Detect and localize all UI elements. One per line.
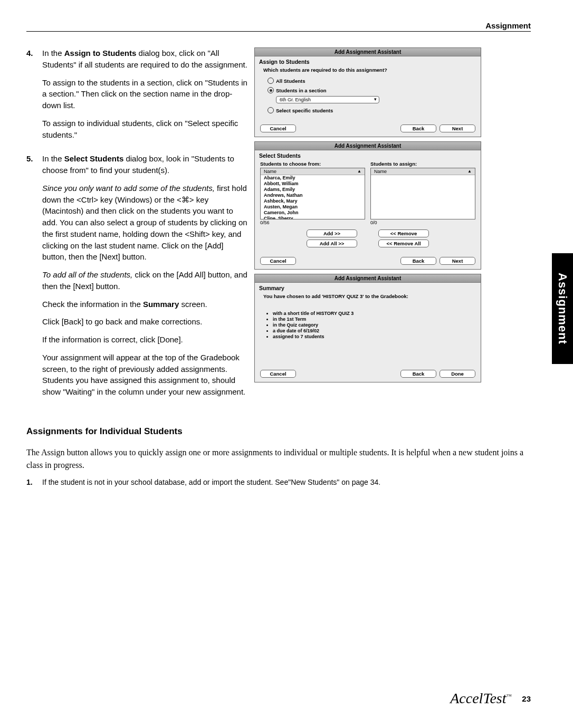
summary-item: in the 1st Term: [273, 317, 470, 322]
back-button[interactable]: Back: [400, 370, 436, 378]
section2-step1: If the student is not in your school dat…: [42, 478, 380, 486]
summary-item: with a short title of HISTORY QUIZ 3: [273, 311, 470, 316]
radio-students-in-section[interactable]: Students in a section: [255, 85, 481, 95]
summary-item: in the Quiz category: [273, 322, 470, 328]
step5-para5: Click [Back] to go back and make correct…: [42, 316, 248, 328]
students-assign-list[interactable]: Name▲: [370, 168, 475, 219]
step5-para2: Since you only want to add some of the s…: [42, 183, 248, 263]
remove-button[interactable]: << Remove: [378, 229, 429, 237]
step4-para1: In the Assign to Students dialog box, cl…: [42, 47, 248, 71]
dialog1-header: Assign to Students: [255, 56, 481, 66]
dialog-assign-to-students: Add Assignment Assistant Assign to Stude…: [254, 47, 481, 137]
section-heading: Assignments for Individual Students: [26, 426, 531, 437]
next-button[interactable]: Next: [440, 124, 475, 132]
dialog-title: Add Assignment Assistant: [255, 142, 481, 150]
dialog-summary: Add Assignment Assistant Summary You hav…: [254, 274, 481, 382]
step-number-1: 1.: [26, 478, 37, 493]
dialog3-intro: You have chosen to add 'HISTORY QUIZ 3' …: [255, 292, 481, 302]
right-list-label: Students to assign:: [370, 160, 475, 168]
cancel-button[interactable]: Cancel: [260, 124, 296, 132]
step-number-4: 4.: [26, 47, 37, 147]
radio-icon: [268, 87, 274, 93]
side-tab: Assignment: [552, 253, 573, 364]
logo: AccelTest™: [450, 690, 511, 707]
dialog-title: Add Assignment Assistant: [255, 48, 481, 56]
add-all-button[interactable]: Add All >>: [307, 240, 357, 247]
step5-para1: In the Select Students dialog box, look …: [42, 153, 248, 176]
step4-para2: To assign to the students in a section, …: [42, 77, 248, 111]
list-item[interactable]: Abbott, William: [261, 181, 365, 187]
radio-icon: [268, 78, 274, 84]
page-header: Assignment: [26, 21, 531, 32]
dialog2-header: Select Students: [255, 150, 481, 160]
back-button[interactable]: Back: [400, 124, 436, 132]
dialog-title: Add Assignment Assistant: [255, 274, 481, 283]
remove-all-button[interactable]: << Remove All: [378, 240, 429, 247]
right-counter: 0/0: [370, 219, 475, 227]
list-item[interactable]: Ashbeck, Mary: [261, 198, 365, 204]
list-item[interactable]: Austen, Megan: [261, 204, 365, 210]
step-number-5: 5.: [26, 153, 37, 404]
summary-bullets: with a short title of HISTORY QUIZ 3 in …: [255, 307, 481, 356]
section-body: The Assign button allows you to quickly …: [26, 446, 531, 472]
section-dropdown[interactable]: 6th Gr. English: [276, 96, 379, 103]
list-item[interactable]: Adams, Emily: [261, 187, 365, 193]
list-item[interactable]: Cline, Sherry: [261, 216, 365, 219]
add-button[interactable]: Add >>: [307, 229, 357, 237]
summary-item: a due date of 6/19/02: [273, 328, 470, 333]
list-item[interactable]: Cameron, John: [261, 210, 365, 216]
list-item[interactable]: Andrews, Nathan: [261, 193, 365, 198]
step5-para7: Your assignment will appear at the top o…: [42, 352, 248, 398]
radio-all-students[interactable]: All Students: [255, 76, 481, 85]
back-button[interactable]: Back: [400, 257, 436, 265]
sort-arrow-icon[interactable]: ▲: [357, 169, 361, 174]
cancel-button[interactable]: Cancel: [260, 370, 296, 378]
radio-icon: [268, 107, 274, 113]
page-number: 23: [522, 694, 531, 703]
step5-para4: Check the information in the Summary scr…: [42, 299, 248, 310]
left-counter: 0/56: [260, 219, 365, 227]
done-button[interactable]: Done: [440, 370, 475, 378]
list-item[interactable]: Abarca, Emily: [261, 175, 365, 181]
step5-para3: To add all of the students, click on the…: [42, 269, 248, 292]
dialog1-question: Which students are required to do this a…: [255, 66, 481, 76]
dialog3-header: Summary: [255, 283, 481, 292]
step5-para6: If the information is correct, click [Do…: [42, 334, 248, 346]
sort-arrow-icon[interactable]: ▲: [467, 169, 472, 174]
step4-para3: To assign to individual students, click …: [42, 118, 248, 141]
radio-select-specific[interactable]: Select specific students: [255, 106, 481, 115]
cancel-button[interactable]: Cancel: [260, 257, 296, 265]
dialog-select-students: Add Assignment Assistant Select Students…: [254, 141, 481, 270]
next-button[interactable]: Next: [440, 257, 475, 265]
left-list-label: Students to choose from:: [260, 160, 365, 168]
students-choose-list[interactable]: Name▲ Abarca, Emily Abbott, William Adam…: [260, 168, 365, 219]
summary-item: assigned to 7 students: [273, 334, 470, 339]
